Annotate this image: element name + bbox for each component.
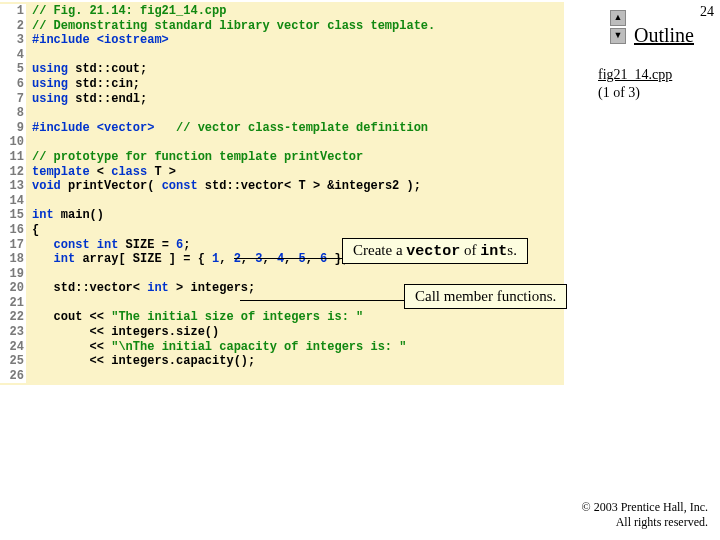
line-number: 4 bbox=[0, 48, 26, 63]
outline-link[interactable]: Outline bbox=[634, 24, 694, 47]
line-number: 8 bbox=[0, 106, 26, 121]
code-line: 1// Fig. 21.14: fig21_14.cpp bbox=[0, 4, 560, 19]
callout-connector bbox=[240, 300, 410, 301]
code-line: 8 bbox=[0, 106, 560, 121]
line-number: 5 bbox=[0, 62, 26, 77]
callout-member-functions: Call member functions. bbox=[404, 284, 567, 309]
nav-up-button[interactable]: ▲ bbox=[610, 10, 626, 26]
line-number: 19 bbox=[0, 267, 26, 282]
code-line: 5using std::cout; bbox=[0, 62, 560, 77]
line-number: 6 bbox=[0, 77, 26, 92]
code-line: 26 bbox=[0, 369, 560, 384]
code-line: 22 cout << "The initial size of integers… bbox=[0, 310, 560, 325]
line-number: 9 bbox=[0, 121, 26, 136]
code-line: 10 bbox=[0, 135, 560, 150]
code-line: 19 bbox=[0, 267, 560, 282]
page-number: 24 bbox=[700, 4, 714, 20]
file-info: fig21_14.cpp (1 of 3) bbox=[598, 66, 708, 102]
code-line: 16{ bbox=[0, 223, 560, 238]
code-listing: 1// Fig. 21.14: fig21_14.cpp2// Demonstr… bbox=[0, 2, 564, 385]
line-number: 20 bbox=[0, 281, 26, 296]
line-number: 1 bbox=[0, 4, 26, 19]
line-number: 10 bbox=[0, 135, 26, 150]
line-number: 12 bbox=[0, 165, 26, 180]
callout-connector bbox=[234, 258, 344, 259]
code-line: 2// Demonstrating standard library vecto… bbox=[0, 19, 560, 34]
line-number: 11 bbox=[0, 150, 26, 165]
line-number: 7 bbox=[0, 92, 26, 107]
line-number: 2 bbox=[0, 19, 26, 34]
code-line: 7using std::endl; bbox=[0, 92, 560, 107]
code-line: 14 bbox=[0, 194, 560, 209]
line-number: 25 bbox=[0, 354, 26, 369]
line-number: 15 bbox=[0, 208, 26, 223]
line-number: 23 bbox=[0, 325, 26, 340]
code-line: 4 bbox=[0, 48, 560, 63]
code-line: 15int main() bbox=[0, 208, 560, 223]
file-name: fig21_14.cpp bbox=[598, 67, 672, 82]
line-number: 21 bbox=[0, 296, 26, 311]
line-number: 26 bbox=[0, 369, 26, 384]
code-line: 3#include <iostream> bbox=[0, 33, 560, 48]
line-number: 17 bbox=[0, 238, 26, 253]
code-line: 9#include <vector> // vector class-templ… bbox=[0, 121, 560, 136]
code-line: 13void printVector( const std::vector< T… bbox=[0, 179, 560, 194]
nav-down-button[interactable]: ▼ bbox=[610, 28, 626, 44]
code-line: 23 << integers.size() bbox=[0, 325, 560, 340]
code-line: 6using std::cin; bbox=[0, 77, 560, 92]
line-number: 14 bbox=[0, 194, 26, 209]
line-number: 3 bbox=[0, 33, 26, 48]
code-line: 24 << "\nThe initial capacity of integer… bbox=[0, 340, 560, 355]
line-number: 18 bbox=[0, 252, 26, 267]
line-number: 22 bbox=[0, 310, 26, 325]
copyright: © 2003 Prentice Hall, Inc. All rights re… bbox=[582, 500, 708, 530]
line-number: 16 bbox=[0, 223, 26, 238]
code-line: 25 << integers.capacity(); bbox=[0, 354, 560, 369]
line-number: 13 bbox=[0, 179, 26, 194]
file-part: (1 of 3) bbox=[598, 85, 640, 100]
line-number: 24 bbox=[0, 340, 26, 355]
code-line: 11// prototype for function template pri… bbox=[0, 150, 560, 165]
callout-create-vector: Create a vector of ints. bbox=[342, 238, 528, 264]
code-line: 12template < class T > bbox=[0, 165, 560, 180]
